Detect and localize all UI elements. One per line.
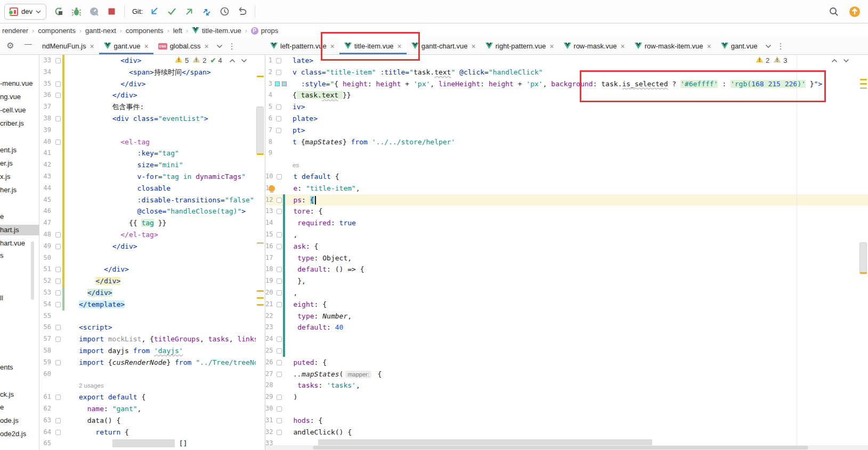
fold-marker-icon[interactable] [55, 93, 61, 98]
fold-marker-icon[interactable] [277, 395, 282, 400]
code-line[interactable]: 27..mapStates(mapper: { [265, 369, 868, 380]
code-line[interactable]: 40 <el-tag [40, 136, 256, 148]
fold-marker-icon[interactable] [55, 430, 61, 435]
code-line[interactable]: 49 </div> [40, 241, 256, 252]
code-line[interactable]: 42 size="mini" [40, 159, 256, 171]
right-error-stripe[interactable] [859, 55, 868, 450]
code-line[interactable]: 60 [40, 369, 256, 380]
code-line[interactable]: 5iv> [265, 101, 868, 113]
code-line[interactable]: 29) [265, 391, 868, 403]
fold-marker-icon[interactable] [277, 290, 282, 296]
tabs-chevron-down-icon[interactable] [214, 38, 225, 54]
fold-marker-icon[interactable] [55, 244, 61, 249]
fold-marker-icon[interactable] [276, 116, 281, 121]
stripe-mark[interactable] [860, 272, 867, 274]
fold-marker-icon[interactable] [55, 302, 61, 307]
fold-marker-icon[interactable] [55, 360, 61, 365]
code-line[interactable]: 19 }, [265, 275, 868, 287]
code-line[interactable]: 44 closable [40, 183, 256, 194]
sidebar-item[interactable]: criber.js [0, 118, 39, 129]
fold-marker-icon[interactable] [277, 337, 282, 342]
code-line[interactable]: 6plate> [265, 113, 868, 125]
scrollbar-thumb[interactable] [256, 107, 264, 154]
code-line[interactable]: 15, [265, 229, 868, 241]
scrollbar-thumb[interactable] [859, 242, 867, 274]
code-line[interactable]: 55 [40, 310, 256, 322]
gear-icon[interactable]: ⚙ [6, 40, 14, 51]
inspections-widget-left[interactable]: 52✔4 [175, 56, 247, 64]
code-line[interactable]: 18 default: () => { [265, 264, 868, 275]
fold-marker-icon[interactable] [277, 372, 282, 377]
fold-marker-icon[interactable] [277, 406, 282, 412]
code-line[interactable]: 28 tasks: 'tasks', [265, 380, 868, 391]
stop-icon[interactable] [107, 6, 117, 17]
code-line[interactable]: 13tore: { [265, 206, 868, 217]
code-line[interactable]: 10t default { [265, 171, 868, 183]
stripe-mark[interactable] [257, 304, 264, 306]
editor-tab[interactable]: gant.vue× [99, 38, 153, 54]
code-line[interactable]: 62 name: "gant", [40, 403, 256, 415]
editor-tab[interactable]: gant.vue [716, 38, 762, 54]
left-error-stripe[interactable] [256, 55, 265, 450]
fold-marker-icon[interactable] [277, 348, 282, 354]
sidebar-item[interactable]: x.js [0, 171, 39, 182]
code-line[interactable]: 12ps: { [265, 194, 868, 206]
breadcrumb-item[interactable]: left [173, 27, 182, 35]
code-line[interactable]: 17 type: Object, [265, 252, 868, 264]
sidebar-item[interactable]: ng.vue [0, 92, 39, 102]
fold-marker-icon[interactable] [277, 232, 282, 238]
code-line[interactable]: 24 [265, 333, 868, 345]
editor-tab[interactable]: row-mask.vue× [559, 38, 630, 54]
tab-close-icon[interactable]: × [472, 42, 476, 51]
search-icon[interactable] [829, 6, 839, 17]
code-line[interactable]: 61export default { [40, 391, 256, 403]
stripe-mark[interactable] [860, 83, 867, 85]
fold-marker-icon[interactable] [55, 267, 61, 272]
color-swatch[interactable] [282, 81, 287, 86]
breadcrumb-item[interactable]: title-item.vue [192, 27, 241, 35]
fold-marker-icon[interactable] [277, 430, 282, 435]
fold-marker-icon[interactable] [55, 279, 61, 284]
next-problem-chevron-down-icon[interactable] [843, 56, 849, 64]
code-line[interactable]: 45 :disable-transitions="false" [40, 194, 256, 206]
stripe-mark[interactable] [860, 79, 867, 80]
sidebar-item[interactable]: her.js [0, 185, 39, 195]
code-line[interactable]: 34 <span>持续时间</span> [40, 67, 256, 78]
stripe-mark[interactable] [257, 76, 264, 77]
sidebar-item[interactable]: ode.js [0, 415, 39, 426]
hide-panel-icon[interactable]: — [25, 39, 32, 48]
code-line[interactable]: 38 <div class="eventList"> [40, 113, 256, 125]
fold-marker-icon[interactable] [55, 58, 61, 63]
fold-marker-icon[interactable] [277, 360, 282, 365]
code-line[interactable]: 58import dayjs from 'dayjs' [40, 345, 256, 357]
editor-tab[interactable]: ndMenuFun.js× [37, 38, 99, 54]
fold-marker-icon[interactable] [277, 418, 282, 423]
pane-divider[interactable] [265, 55, 265, 450]
git-push-icon[interactable] [184, 6, 194, 17]
horizontal-scrollbar-thumb[interactable] [313, 446, 808, 449]
sidebar-item[interactable]: ck.js [0, 389, 39, 400]
tab-close-icon[interactable]: × [707, 42, 711, 51]
code-line[interactable]: 56<script> [40, 322, 256, 333]
code-line[interactable]: 48 </el-tag> [40, 229, 256, 241]
fold-marker-icon[interactable] [55, 337, 61, 342]
sidebar-item[interactable]: ode2d.js [0, 429, 39, 439]
prev-problem-chevron-up-icon[interactable] [229, 56, 236, 64]
code-line[interactable]: 59import {cusRenderNode} from "../Tree/t… [40, 357, 256, 369]
code-line[interactable]: 26puted: { [265, 357, 868, 369]
stripe-mark[interactable] [257, 297, 264, 299]
run-config-selector[interactable]: dev [4, 4, 46, 20]
next-problem-chevron-down-icon[interactable] [241, 56, 247, 64]
code-line[interactable]: 9 [265, 148, 868, 159]
code-line[interactable]: 36 </div> [40, 89, 256, 101]
fold-marker-icon[interactable] [277, 174, 282, 179]
code-line[interactable]: 52 </div> [40, 275, 256, 287]
tabs-kebab-menu-icon[interactable]: ⋮ [225, 38, 239, 54]
fold-marker-icon[interactable] [277, 209, 282, 214]
tab-close-icon[interactable]: × [144, 42, 148, 51]
fold-marker-icon[interactable] [276, 104, 281, 110]
history-clock-icon[interactable] [220, 6, 230, 17]
tab-close-icon[interactable]: × [204, 42, 208, 51]
fold-marker-icon[interactable] [55, 232, 61, 238]
breadcrumb-item[interactable]: gantt-next [85, 27, 116, 35]
